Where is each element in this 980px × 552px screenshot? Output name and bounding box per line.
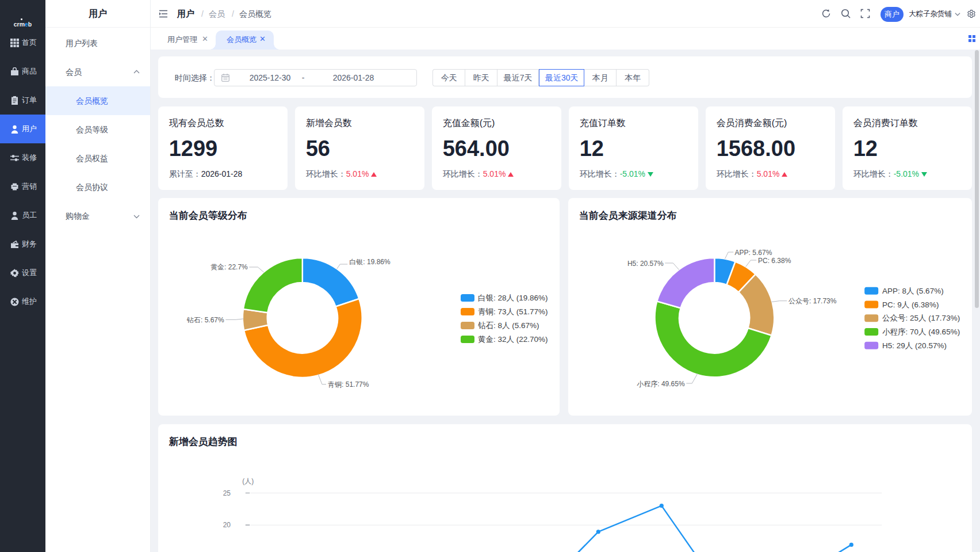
svg-text:(人): (人)	[242, 477, 254, 485]
svg-text:青铜: 51.77%: 青铜: 51.77%	[328, 380, 369, 389]
svg-text:白银: 28人 (19.86%): 白银: 28人 (19.86%)	[478, 294, 548, 302]
svg-text:PC: 9人 (6.38%): PC: 9人 (6.38%)	[882, 300, 939, 309]
svg-text:黄金: 22.7%: 黄金: 22.7%	[210, 263, 248, 271]
svg-text:小程序: 49.65%: 小程序: 49.65%	[637, 380, 685, 388]
svg-text:白银: 19.86%: 白银: 19.86%	[349, 258, 391, 266]
svg-text:公众号: 25人 (17.73%): 公众号: 25人 (17.73%)	[882, 314, 960, 322]
svg-text:青铜: 73人 (51.77%): 青铜: 73人 (51.77%)	[478, 307, 548, 316]
svg-text:APP: 5.67%: APP: 5.67%	[734, 249, 772, 257]
svg-text:25: 25	[223, 489, 231, 497]
svg-text:小程序: 70人 (49.65%): 小程序: 70人 (49.65%)	[882, 328, 960, 336]
svg-text:黄金: 32人 (22.70%): 黄金: 32人 (22.70%)	[478, 335, 548, 344]
svg-text:H5: 20.57%: H5: 20.57%	[627, 260, 664, 268]
svg-text:公众号: 17.73%: 公众号: 17.73%	[788, 297, 837, 305]
svg-text:钻石: 5.67%: 钻石: 5.67%	[186, 316, 224, 324]
svg-text:PC: 6.38%: PC: 6.38%	[758, 257, 791, 265]
svg-text:20: 20	[223, 521, 231, 529]
svg-text:钻石: 8人 (5.67%): 钻石: 8人 (5.67%)	[478, 321, 539, 330]
svg-text:APP: 8人 (5.67%): APP: 8人 (5.67%)	[882, 287, 944, 295]
svg-text:H5: 29人 (20.57%): H5: 29人 (20.57%)	[882, 341, 947, 350]
